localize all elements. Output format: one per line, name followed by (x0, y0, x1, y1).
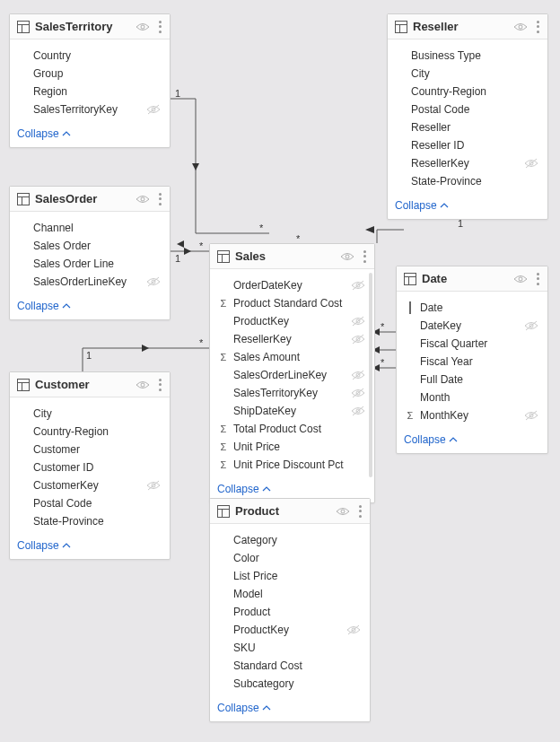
table-customer[interactable]: Customer CityCountry-RegionCustomerCusto… (9, 371, 171, 560)
field-row[interactable]: Customer (17, 441, 166, 458)
scrollbar[interactable] (369, 273, 372, 477)
field-row[interactable]: ProductKey (217, 312, 371, 330)
field-row[interactable]: Channel (17, 219, 166, 237)
field-row[interactable]: ΣSales Amount (217, 348, 371, 366)
field-row[interactable]: Customer ID (17, 458, 166, 476)
more-icon[interactable] (159, 21, 162, 33)
field-row[interactable]: Category (217, 531, 366, 549)
field-label: Standard Cost (233, 659, 361, 672)
field-label: SalesOrderLineKey (233, 369, 347, 381)
more-icon[interactable] (363, 250, 367, 263)
visibility-icon[interactable] (136, 380, 150, 389)
field-row[interactable]: Reseller (395, 118, 544, 136)
field-row[interactable]: Color (217, 549, 366, 567)
field-row[interactable]: Fiscal Year (404, 353, 544, 371)
field-row[interactable]: DateKey (404, 317, 544, 335)
field-label: Month (420, 391, 538, 404)
field-row[interactable]: Month (404, 388, 544, 406)
field-row[interactable]: ResellerKey (395, 154, 544, 172)
field-row[interactable]: SalesOrderLineKey (217, 366, 371, 384)
field-row[interactable]: ShipDateKey (217, 402, 371, 420)
field-row[interactable]: State-Province (395, 172, 544, 190)
field-label: City (411, 67, 538, 80)
more-icon[interactable] (537, 273, 540, 285)
field-label: Country (33, 49, 161, 62)
field-row[interactable]: List Price (217, 567, 366, 585)
field-row[interactable]: SKU (217, 639, 366, 657)
field-row[interactable]: Model (217, 585, 366, 603)
field-row[interactable]: ΣUnit Price (217, 438, 371, 456)
field-row[interactable]: ResellerKey (217, 330, 371, 348)
field-row[interactable]: Group (17, 65, 166, 83)
chevron-up-icon (62, 303, 71, 309)
table-sales-order[interactable]: SalesOrder ChannelSales OrderSales Order… (9, 186, 171, 320)
field-row[interactable]: Country (17, 47, 166, 65)
field-row[interactable]: Product (217, 603, 366, 621)
more-icon[interactable] (159, 379, 162, 391)
field-label: Business Type (411, 49, 538, 62)
field-row[interactable]: Date (404, 299, 544, 317)
chevron-up-icon (449, 437, 458, 442)
card-header[interactable]: Reseller (388, 14, 547, 39)
card-header[interactable]: Date (397, 266, 547, 292)
field-row[interactable]: ΣMonthKey (404, 406, 544, 424)
field-row[interactable]: Country-Region (17, 423, 166, 441)
collapse-button[interactable]: Collapse (10, 294, 170, 319)
field-row[interactable]: ΣUnit Price Discount Pct (217, 456, 371, 474)
card-header[interactable]: SalesTerritory (10, 14, 170, 39)
more-icon[interactable] (537, 21, 540, 33)
visibility-icon[interactable] (513, 22, 528, 31)
visibility-icon[interactable] (136, 195, 150, 204)
svg-text:1: 1 (175, 253, 180, 264)
field-row[interactable]: ΣTotal Product Cost (217, 420, 371, 438)
field-row[interactable]: Subcategory (217, 675, 366, 693)
table-reseller[interactable]: Reseller Business TypeCityCountry-Region… (387, 13, 548, 220)
field-row[interactable]: SalesTerritoryKey (217, 384, 371, 402)
field-row[interactable]: ΣProduct Standard Cost (217, 294, 371, 312)
visibility-icon[interactable] (136, 22, 150, 31)
card-header[interactable]: Sales (210, 244, 374, 269)
collapse-button[interactable]: Collapse (388, 194, 547, 219)
card-header[interactable]: Product (210, 499, 370, 524)
field-row[interactable]: Standard Cost (217, 657, 366, 675)
collapse-button[interactable]: Collapse (10, 534, 170, 559)
field-label: Sales Amount (233, 351, 365, 363)
field-row[interactable]: Region (17, 83, 166, 100)
table-product[interactable]: Product CategoryColorList PriceModelProd… (209, 498, 371, 722)
field-row[interactable]: Fiscal Quarter (404, 335, 544, 353)
field-label: ShipDateKey (233, 405, 347, 417)
field-row[interactable]: City (17, 405, 166, 423)
visibility-icon[interactable] (340, 252, 354, 261)
field-row[interactable]: Sales Order Line (17, 255, 166, 273)
field-label: CustomerKey (33, 479, 143, 492)
field-row[interactable]: State-Province (17, 512, 166, 530)
field-row[interactable]: Country-Region (395, 83, 544, 100)
table-date[interactable]: Date DateDateKeyFiscal QuarterFiscal Yea… (396, 266, 548, 454)
field-row[interactable]: City (395, 65, 544, 83)
table-sales-territory[interactable]: SalesTerritory CountryGroupRegionSalesTe… (9, 13, 171, 148)
collapse-button[interactable]: Collapse (397, 428, 547, 453)
collapse-button[interactable]: Collapse (210, 696, 370, 721)
field-label: Model (233, 588, 361, 600)
field-row[interactable]: SalesTerritoryKey (17, 100, 166, 118)
table-sales[interactable]: Sales OrderDateKeyΣProduct Standard Cost… (209, 243, 375, 503)
card-header[interactable]: Customer (10, 372, 170, 397)
field-label: Product (233, 606, 361, 618)
field-row[interactable]: SalesOrderLineKey (17, 273, 166, 291)
field-row[interactable]: OrderDateKey (217, 276, 371, 294)
field-row[interactable]: Postal Code (17, 494, 166, 512)
more-icon[interactable] (159, 193, 162, 205)
card-header[interactable]: SalesOrder (10, 187, 170, 212)
collapse-button[interactable]: Collapse (10, 122, 170, 147)
hidden-icon (351, 334, 365, 345)
field-row[interactable]: Full Date (404, 371, 544, 388)
field-row[interactable]: Reseller ID (395, 136, 544, 154)
field-row[interactable]: Postal Code (395, 100, 544, 118)
more-icon[interactable] (359, 505, 363, 518)
visibility-icon[interactable] (513, 275, 528, 284)
field-row[interactable]: CustomerKey (17, 476, 166, 494)
field-row[interactable]: Sales Order (17, 237, 166, 255)
field-row[interactable]: Business Type (395, 47, 544, 65)
field-row[interactable]: ProductKey (217, 621, 366, 639)
visibility-icon[interactable] (336, 507, 350, 516)
